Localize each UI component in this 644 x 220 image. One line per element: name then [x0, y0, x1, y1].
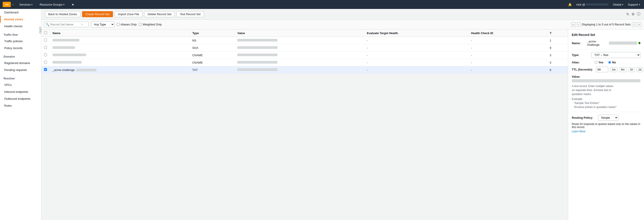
delete-record-set-button[interactable]: Delete Record Set — [144, 11, 175, 17]
help-button[interactable]: ⓘ — [637, 12, 640, 16]
prev-page-button[interactable]: ‹ — [577, 22, 580, 27]
acme-challenge-name: _acme-challenge. — [52, 68, 76, 72]
first-page-button[interactable]: ‹‹ — [571, 22, 576, 27]
test-record-set-button[interactable]: Test Record Set — [176, 11, 204, 17]
region-chevron-icon: ▾ — [622, 3, 623, 6]
clear-search-icon[interactable]: ✕ — [81, 23, 83, 26]
import-zone-file-button[interactable]: Import Zone File — [115, 11, 143, 17]
value-field: Value: A text record. Enter multiple val… — [572, 75, 640, 109]
settings-button[interactable]: ⚙ — [632, 12, 634, 16]
sidebar-item-vpcs[interactable]: VPCs — [0, 82, 41, 88]
domains-section: Domains — [0, 52, 41, 60]
alias-yes-radio[interactable] — [594, 61, 598, 64]
sidebar-item-policy-records[interactable]: Policy records — [0, 45, 41, 52]
bell-icon: 🔔 — [568, 3, 572, 6]
sidebar-item-pending-requests[interactable]: Pending requests — [0, 67, 41, 73]
username-blurred — [586, 3, 608, 5]
ttl-1h-button[interactable]: 1h — [628, 67, 634, 72]
row-t: 6 — [547, 66, 568, 74]
ttl-1m-button[interactable]: 1m — [610, 67, 618, 72]
weighted-only-wrap: Weighted Only — [139, 23, 162, 26]
next-page-button[interactable]: › — [632, 22, 636, 27]
main-content: Back to Hosted Zones Create Record Set I… — [41, 9, 644, 220]
table-row[interactable]: _acme-challenge. TXT - - 6 — [41, 66, 568, 74]
support-nav[interactable]: Support ▾ — [626, 0, 641, 9]
sidebar-item-dashboard[interactable]: Dashboard — [0, 9, 41, 16]
create-record-set-button[interactable]: Create Record Set — [82, 11, 113, 17]
weighted-only-checkbox[interactable] — [139, 23, 142, 26]
sidebar-item-rules[interactable]: Rules — [0, 102, 41, 109]
aws-logo: aws ~ — [3, 2, 14, 7]
aws-logo-icon: aws — [3, 2, 11, 7]
type-field-row: Type: TXT – Text — [572, 52, 640, 58]
name-field-row: Name: _acme-challenge. — [572, 40, 640, 46]
row-checkbox[interactable] — [44, 53, 47, 56]
routing-policy-row: Routing Policy: Simple — [572, 115, 640, 121]
type-field-label: Type: — [572, 53, 590, 57]
resource-groups-nav[interactable]: Resource Groups ▾ — [38, 0, 66, 9]
sidebar-item-registered-domains[interactable]: Registered domains — [0, 60, 41, 67]
notifications-nav[interactable]: 🔔 — [567, 0, 573, 9]
weighted-only-label: Weighted Only — [143, 23, 162, 26]
search-icon: 🔍 — [46, 23, 50, 26]
row-health-id: - — [468, 52, 547, 59]
table-row[interactable]: SOA - - 9 — [41, 44, 568, 52]
table-row[interactable]: CNAME - - 3 — [41, 59, 568, 66]
type-select[interactable]: TXT – Text — [592, 52, 640, 58]
value-textarea-wrap — [572, 79, 640, 82]
sidebar-item-traffic-policies[interactable]: Traffic policies — [0, 38, 41, 45]
ttl-input[interactable] — [596, 67, 608, 72]
ttl-1d-button[interactable]: 1d — [636, 67, 643, 72]
aliases-only-checkbox[interactable] — [117, 23, 120, 26]
services-label: Services — [20, 3, 31, 6]
learn-more-link[interactable]: Learn More — [572, 130, 586, 133]
row-checkbox[interactable] — [44, 61, 47, 64]
row-checkbox[interactable] — [44, 68, 47, 71]
row-eval-health: - — [364, 59, 468, 66]
row-eval-health: - — [364, 37, 468, 44]
username-nav[interactable]: nick @ — [575, 0, 610, 9]
row-name-suffix-blurred — [76, 69, 96, 71]
aliases-only-label: Aliases Only — [120, 23, 137, 26]
sidebar-toggle-btn[interactable]: ❯ — [39, 27, 41, 33]
row-t: 3 — [547, 52, 568, 59]
refresh-button[interactable]: ↻ — [626, 12, 629, 16]
sidebar-item-hosted-zones[interactable]: Hosted zones — [0, 16, 41, 23]
table-row[interactable]: CNAME - - 3 — [41, 52, 568, 59]
table-body: NS - - 1 SOA - - — [41, 37, 568, 74]
select-all-checkbox[interactable] — [44, 31, 47, 34]
row-checkbox[interactable] — [44, 46, 47, 49]
name-display: _acme-challenge. — [587, 40, 640, 46]
row-t: 1 — [547, 37, 568, 44]
sidebar-item-health-checks[interactable]: Health checks — [0, 23, 41, 30]
col-value: Value — [234, 29, 364, 37]
region-nav[interactable]: Global ▾ — [612, 0, 625, 9]
ttl-5m-button[interactable]: 5m — [619, 67, 626, 72]
records-table: Name Type Value Evaluate Target Health H… — [41, 29, 568, 74]
bookmarks-nav[interactable]: ★ — [70, 0, 76, 9]
sidebar-item-inbound-endpoints[interactable]: Inbound endpoints — [0, 88, 41, 95]
row-type: CNAME — [190, 52, 234, 59]
main-layout: ❯ Dashboard Hosted zones Health checks T… — [0, 9, 644, 220]
back-to-hosted-zones-button[interactable]: Back to Hosted Zones — [45, 11, 80, 17]
routing-policy-select[interactable]: Simple — [598, 115, 618, 121]
aliases-only-wrap: Aliases Only — [117, 23, 137, 26]
row-name-blurred — [52, 61, 82, 64]
row-type: SOA — [190, 44, 234, 52]
alias-no-radio[interactable] — [608, 61, 611, 64]
routing-policy-label: Routing Policy: — [572, 116, 596, 119]
row-health-id: - — [468, 37, 547, 44]
alias-yes-label: Yes — [598, 61, 603, 64]
row-checkbox[interactable] — [44, 39, 47, 41]
table-header: Name Type Value Evaluate Target Health H… — [41, 29, 568, 37]
top-nav: aws ~ Services ▾ Resource Groups ▾ ★ 🔔 n… — [0, 0, 644, 9]
row-type: TXT — [190, 66, 234, 74]
services-nav[interactable]: Services ▾ — [18, 0, 34, 9]
sidebar-item-outbound-endpoints[interactable]: Outbound endpoints — [0, 95, 41, 102]
type-filter[interactable]: Any Type — [91, 21, 114, 27]
services-chevron-icon: ▾ — [31, 3, 32, 6]
search-input[interactable] — [50, 22, 81, 27]
table-row[interactable]: NS - - 1 — [41, 37, 568, 44]
last-page-button[interactable]: ›› — [637, 22, 641, 27]
row-value-blurred — [237, 46, 278, 49]
